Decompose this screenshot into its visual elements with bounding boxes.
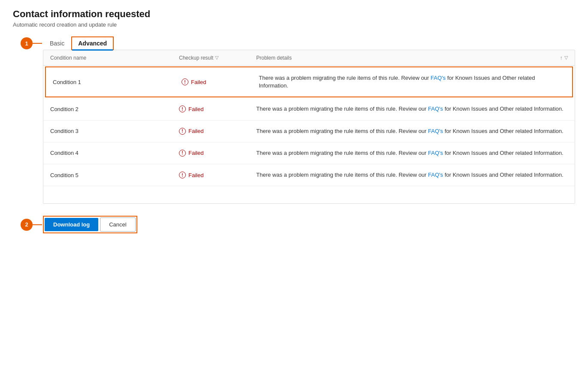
cancel-button[interactable]: Cancel bbox=[100, 217, 135, 232]
table-row: Condition 2 ! Failed There was a problem… bbox=[43, 98, 575, 120]
page-title: Contact information requested bbox=[13, 9, 575, 20]
failed-icon-3: ! bbox=[179, 128, 186, 135]
condition-3-details: There was a problem migrating the rule i… bbox=[256, 127, 568, 135]
table-header: Condition name Checkup result ▽ Problem … bbox=[43, 50, 575, 66]
faq-link-1[interactable]: FAQ's bbox=[430, 75, 446, 81]
failed-icon-4: ! bbox=[179, 150, 186, 157]
active-tab-underline bbox=[72, 49, 113, 50]
step-2-badge: 2 bbox=[21, 219, 33, 231]
failed-icon-2: ! bbox=[179, 106, 186, 112]
col-condition-name: Condition name bbox=[50, 54, 179, 61]
condition-1-status: ! Failed bbox=[182, 78, 259, 85]
tab-advanced[interactable]: Advanced bbox=[71, 36, 114, 50]
condition-5-details: There was a problem migrating the rule i… bbox=[256, 171, 568, 179]
table-empty-row bbox=[43, 186, 575, 203]
step-1-badge: 1 bbox=[21, 37, 33, 49]
condition-2-name: Condition 2 bbox=[50, 106, 179, 112]
download-log-button[interactable]: Download log bbox=[45, 218, 98, 231]
page-subtitle: Automatic record creation and update rul… bbox=[13, 21, 575, 28]
failed-icon-1: ! bbox=[182, 78, 188, 85]
checkup-filter-icon[interactable]: ▽ bbox=[215, 55, 218, 60]
faq-link-5[interactable]: FAQ's bbox=[428, 172, 443, 178]
table-row: Condition 4 ! Failed There was a problem… bbox=[43, 142, 575, 164]
tab-basic[interactable]: Basic bbox=[43, 36, 71, 50]
table-row: Condition 3 ! Failed There was a problem… bbox=[43, 121, 575, 142]
footer-section: 2 Download log Cancel bbox=[43, 216, 575, 233]
col-sort-controls: ↑ ▽ bbox=[542, 54, 568, 61]
faq-link-2[interactable]: FAQ's bbox=[428, 106, 443, 112]
condition-1-details: There was a problem migrating the rule i… bbox=[259, 74, 565, 90]
condition-5-status: ! Failed bbox=[179, 172, 256, 178]
col-checkup-result: Checkup result ▽ bbox=[179, 54, 256, 61]
arrow-2 bbox=[33, 224, 42, 225]
condition-4-status: ! Failed bbox=[179, 150, 256, 157]
page-header: Contact information requested Automatic … bbox=[13, 9, 575, 28]
condition-3-status: ! Failed bbox=[179, 128, 256, 135]
condition-2-details: There was a problem migrating the rule i… bbox=[256, 105, 568, 113]
table-row: Condition 5 ! Failed There was a problem… bbox=[43, 164, 575, 186]
condition-4-name: Condition 4 bbox=[50, 150, 179, 156]
condition-3-name: Condition 3 bbox=[50, 128, 179, 134]
arrow-1 bbox=[33, 43, 42, 44]
faq-link-4[interactable]: FAQ's bbox=[428, 150, 443, 156]
sort-desc-icon[interactable]: ▽ bbox=[564, 55, 568, 60]
footer-button-group: Download log Cancel bbox=[43, 216, 137, 233]
table-row: Condition 1 ! Failed There was a problem… bbox=[45, 66, 573, 97]
condition-5-name: Condition 5 bbox=[50, 172, 179, 178]
failed-icon-5: ! bbox=[179, 172, 186, 178]
main-table-container: Condition name Checkup result ▽ Problem … bbox=[43, 50, 575, 204]
condition-4-details: There was a problem migrating the rule i… bbox=[256, 149, 568, 157]
condition-2-status: ! Failed bbox=[179, 106, 256, 112]
sort-asc-icon[interactable]: ↑ bbox=[560, 54, 563, 61]
col-problem-details: Problem details bbox=[256, 54, 542, 61]
condition-1-name: Condition 1 bbox=[53, 79, 182, 85]
faq-link-3[interactable]: FAQ's bbox=[428, 128, 443, 134]
